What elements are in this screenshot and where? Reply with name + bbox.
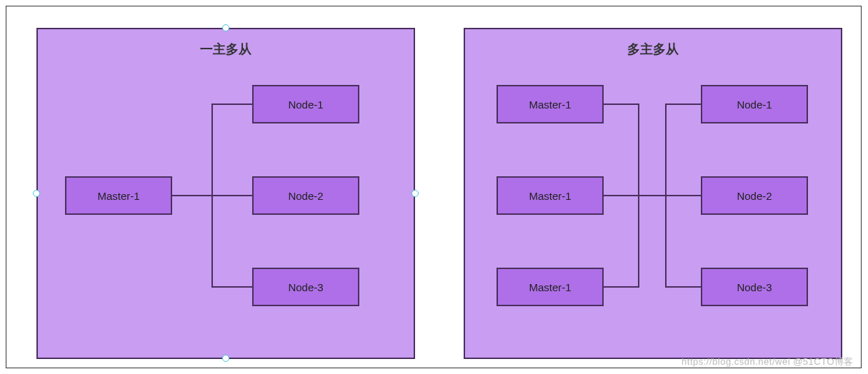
- worker-node-1: Node-1: [252, 85, 359, 123]
- panel-title-right: 多主多从: [465, 41, 841, 58]
- watermark: https://blog.csdn.net/wei @51CTO博客: [682, 355, 854, 368]
- master-label: Master-1: [529, 190, 571, 202]
- connector: [211, 286, 252, 288]
- connector: [604, 195, 639, 196]
- master-label: Master-1: [529, 281, 571, 293]
- selection-frame: 一主多从 Master-1 Node-1 Node-2 Node-3 多主多从 …: [6, 6, 862, 368]
- panel-multi-master: 多主多从 Master-1 Master-1 Master-1 Node-1 N…: [464, 28, 842, 359]
- master-label: Master-1: [529, 98, 571, 111]
- node-label: Node-2: [288, 190, 323, 202]
- selection-handle-bottom[interactable]: [222, 355, 229, 362]
- connector: [604, 103, 639, 105]
- node-label: Node-3: [288, 281, 323, 293]
- node-label: Node-3: [737, 281, 772, 293]
- master-node-2: Master-1: [497, 176, 604, 215]
- node-label: Node-1: [737, 98, 772, 111]
- master-node-1: Master-1: [497, 85, 604, 123]
- connector: [604, 286, 639, 288]
- connector: [172, 195, 213, 196]
- master-node: Master-1: [65, 176, 172, 215]
- worker-node-1: Node-1: [701, 85, 808, 123]
- worker-node-3: Node-3: [701, 268, 808, 306]
- panel-title-left: 一主多从: [38, 41, 414, 58]
- worker-node-2: Node-2: [252, 176, 359, 215]
- connector: [211, 103, 252, 105]
- selection-handle-right[interactable]: [411, 190, 419, 197]
- connector: [665, 103, 701, 105]
- worker-node-3: Node-3: [252, 268, 359, 306]
- worker-node-2: Node-2: [701, 176, 808, 215]
- selection-handle-left[interactable]: [33, 190, 40, 197]
- panel-single-master: 一主多从 Master-1 Node-1 Node-2 Node-3: [36, 28, 415, 359]
- selection-handle-top[interactable]: [222, 24, 229, 31]
- connector: [665, 195, 701, 196]
- master-node-3: Master-1: [497, 268, 604, 306]
- connector: [638, 195, 667, 196]
- node-label: Node-2: [737, 190, 772, 202]
- connector: [665, 286, 701, 288]
- node-label: Node-1: [288, 98, 323, 111]
- connector: [211, 195, 252, 196]
- master-label: Master-1: [97, 190, 139, 202]
